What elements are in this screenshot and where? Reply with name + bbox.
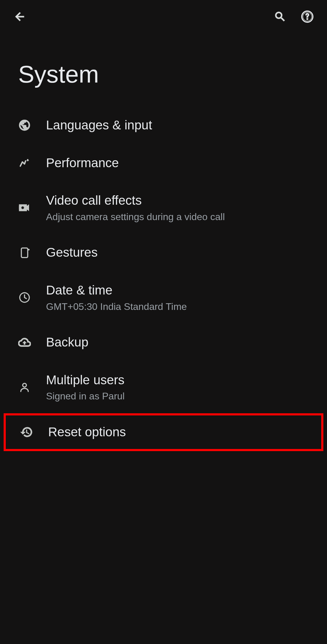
person-icon: [18, 381, 31, 394]
svg-point-7: [28, 249, 29, 250]
search-button[interactable]: [272, 9, 288, 24]
videocam-gear-icon: [18, 201, 31, 214]
item-title: Multiple users: [46, 372, 125, 389]
item-title: Backup: [46, 334, 88, 351]
globe-icon: [18, 119, 31, 132]
cloud-upload-icon: [18, 336, 31, 349]
setting-item-performance[interactable]: Performance: [0, 144, 327, 182]
performance-icon: [18, 157, 31, 169]
item-text: Video call effects Adjust camera setting…: [46, 192, 225, 223]
clock-icon: [18, 291, 31, 304]
item-text: Multiple users Signed in as Parul: [46, 372, 125, 403]
setting-item-gestures[interactable]: Gestures: [0, 234, 327, 272]
setting-item-reset-options[interactable]: Reset options: [4, 413, 323, 451]
item-title: Gestures: [46, 244, 97, 261]
item-subtitle: GMT+05:30 India Standard Time: [46, 301, 187, 313]
item-title: Date & time: [46, 282, 187, 299]
item-text: Gestures: [46, 244, 97, 261]
setting-item-video-call-effects[interactable]: Video call effects Adjust camera setting…: [0, 182, 327, 234]
svg-rect-6: [21, 248, 28, 258]
gestures-icon: [18, 246, 31, 259]
svg-point-2: [27, 159, 28, 161]
arrow-left-icon: [13, 10, 26, 23]
setting-item-languages-input[interactable]: Languages & input: [0, 106, 327, 144]
item-text: Reset options: [48, 424, 126, 441]
item-text: Backup: [46, 334, 88, 351]
item-title: Performance: [46, 155, 119, 171]
header-bar: [0, 0, 327, 33]
setting-item-backup[interactable]: Backup: [0, 324, 327, 361]
back-button[interactable]: [12, 9, 27, 24]
item-text: Languages & input: [46, 117, 152, 134]
help-icon: [301, 10, 314, 23]
page-title: System: [0, 33, 327, 106]
item-title: Video call effects: [46, 192, 225, 209]
item-text: Performance: [46, 155, 119, 171]
svg-point-9: [23, 383, 26, 387]
setting-item-date-time[interactable]: Date & time GMT+05:30 India Standard Tim…: [0, 272, 327, 324]
item-title: Reset options: [48, 424, 126, 441]
item-title: Languages & input: [46, 117, 152, 134]
item-subtitle: Adjust camera settings during a video ca…: [46, 211, 225, 223]
svg-point-1: [307, 18, 308, 20]
search-icon: [274, 10, 286, 23]
history-icon: [20, 426, 33, 438]
settings-list: Languages & input Performance: [0, 106, 327, 451]
help-button[interactable]: [300, 9, 315, 24]
item-subtitle: Signed in as Parul: [46, 390, 125, 403]
setting-item-multiple-users[interactable]: Multiple users Signed in as Parul: [0, 361, 327, 413]
item-text: Date & time GMT+05:30 India Standard Tim…: [46, 282, 187, 313]
